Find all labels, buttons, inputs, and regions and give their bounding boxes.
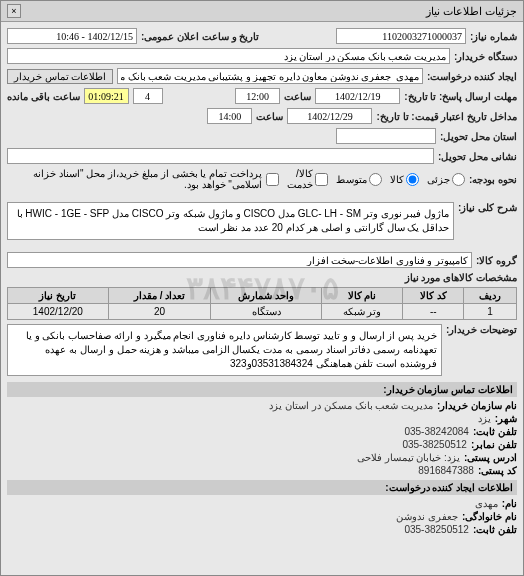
public-date-label: تاریخ و ساعت اعلان عمومی: <box>141 31 259 42</box>
cell-code: -- <box>403 304 464 320</box>
budget-radio-medium[interactable] <box>369 173 382 186</box>
delivery-place-label: استان محل تحویل: <box>440 131 517 142</box>
budget-installment-label: کالا/خدمت <box>287 168 313 190</box>
buyer-notes-box: خرید پس از ارسال و و تایید توسط کارشناس … <box>7 324 442 376</box>
table-header-row: ردیف کد کالا نام کالا واحد شمارش تعداد /… <box>8 288 517 304</box>
budget-goods-label: کالا <box>390 174 404 185</box>
items-table-label: مشخصات کالاهای مورد نیاز <box>405 272 517 283</box>
delivery-address-input[interactable] <box>7 148 434 164</box>
family-value: جعفری ندوشن <box>396 511 458 522</box>
postal-value: 8916847388 <box>418 465 474 476</box>
family-label: نام خانوادگی: <box>462 511 517 522</box>
city-label: شهر: <box>495 413 517 424</box>
budget-medium-label: متوسط <box>336 174 367 185</box>
contact-section: اطلاعات تماس سازمان خریدار: نام سازمان خ… <box>7 382 517 535</box>
goods-group-input[interactable] <box>7 252 472 268</box>
requester-section-title: اطلاعات ایجاد کننده درخواست: <box>7 480 517 495</box>
goods-group-label: گروه کالا: <box>476 255 517 266</box>
time-label-2: ساعت <box>256 111 283 122</box>
delivery-address-label: نشانی محل تحویل: <box>438 151 517 162</box>
phone-label: تلفن ثابت: <box>473 426 517 437</box>
col-date: تاریخ نیاز <box>8 288 109 304</box>
budget-radio-goods[interactable] <box>406 173 419 186</box>
header-bar: جزئیات اطلاعات نیاز × <box>1 1 523 22</box>
col-code: کد کالا <box>403 288 464 304</box>
requester-input[interactable] <box>117 68 423 84</box>
address-value: یزد: خیابان تیمسار فلاحی <box>357 452 460 463</box>
remaining-label: ساعت باقی مانده <box>7 91 80 102</box>
validity-label: مداخل تاریخ اعتبار قیمت: تا تاریخ: <box>376 111 517 122</box>
req-phone-label: تلفن ثابت: <box>473 524 517 535</box>
col-row: ردیف <box>464 288 517 304</box>
cell-name: وتر شبکه <box>321 304 402 320</box>
name-value: مهدی <box>475 498 498 509</box>
public-date-input[interactable] <box>7 28 137 44</box>
cell-date: 1402/12/20 <box>8 304 109 320</box>
time-label-1: ساعت <box>284 91 311 102</box>
city-value: یزد <box>478 413 491 424</box>
req-phone-value: 035-38250512 <box>404 524 469 535</box>
validity-date-input[interactable] <box>287 108 372 124</box>
close-icon[interactable]: × <box>7 4 21 18</box>
buyer-notes-label: توضیحات خریدار: <box>446 324 517 335</box>
phone-value: 035-38242084 <box>404 426 469 437</box>
budget-radio-group: جزئی کالا متوسط کالا/خدمت <box>287 168 465 190</box>
buyer-input[interactable] <box>7 48 450 64</box>
postal-label: کد پستی: <box>478 465 517 476</box>
payment-note-text: پرداخت تمام یا بخشی از مبلغ خرید،از محل … <box>7 168 262 190</box>
items-table: ردیف کد کالا نام کالا واحد شمارش تعداد /… <box>7 287 517 320</box>
col-unit: واحد شمارش <box>211 288 321 304</box>
window-title: جزئیات اطلاعات نیاز <box>426 5 517 18</box>
cell-qty: 20 <box>108 304 211 320</box>
budget-radio-partial[interactable] <box>452 173 465 186</box>
address-label: ادرس پستی: <box>464 452 517 463</box>
deadline-date-input[interactable] <box>315 88 400 104</box>
cell-row: 1 <box>464 304 517 320</box>
org-label: نام سازمان خریدار: <box>437 400 517 411</box>
cell-unit: دستگاه <box>211 304 321 320</box>
content-area: شماره نیاز: تاریخ و ساعت اعلان عمومی: دس… <box>1 22 523 543</box>
col-name: نام کالا <box>321 288 402 304</box>
contact-section-title: اطلاعات تماس سازمان خریدار: <box>7 382 517 397</box>
request-number-input[interactable] <box>336 28 466 44</box>
description-label: شرح کلی نیاز: <box>458 202 517 213</box>
delivery-place-input[interactable] <box>336 128 436 144</box>
org-value: مدیریت شعب بانک مسکن در استان یزد <box>269 400 433 411</box>
main-window: ۳۸۴۴۷۸۷۰۵ جزئیات اطلاعات نیاز × شماره نی… <box>0 0 524 576</box>
request-number-label: شماره نیاز: <box>470 31 517 42</box>
col-qty: تعداد / مقدار <box>108 288 211 304</box>
deadline-label: مهلت ارسال پاسخ: تا تاریخ: <box>404 91 517 102</box>
table-row[interactable]: 1 -- وتر شبکه دستگاه 20 1402/12/20 <box>8 304 517 320</box>
fax-value: 035-38250512 <box>402 439 467 450</box>
name-label: نام: <box>502 498 517 509</box>
remaining-time-input[interactable] <box>84 88 129 104</box>
budget-checkbox-installment[interactable] <box>315 173 328 186</box>
requester-label: ایجاد کننده درخواست: <box>427 71 517 82</box>
buyer-label: دستگاه خریدار: <box>454 51 517 62</box>
budget-partial-label: جزئی <box>427 174 450 185</box>
remaining-days-input[interactable] <box>133 88 163 104</box>
contact-info-button[interactable]: اطلاعات تماس خریدار <box>7 69 113 84</box>
validity-time-input[interactable] <box>207 108 252 124</box>
description-box: ماژول فیبر نوری وتر GLC- LH - SM مدل CIS… <box>7 202 454 240</box>
budget-type-label: نحوه بودجه: <box>469 174 517 185</box>
deadline-time-input[interactable] <box>235 88 280 104</box>
fax-label: تلفن نمابر: <box>471 439 517 450</box>
payment-note-checkbox[interactable] <box>266 173 279 186</box>
